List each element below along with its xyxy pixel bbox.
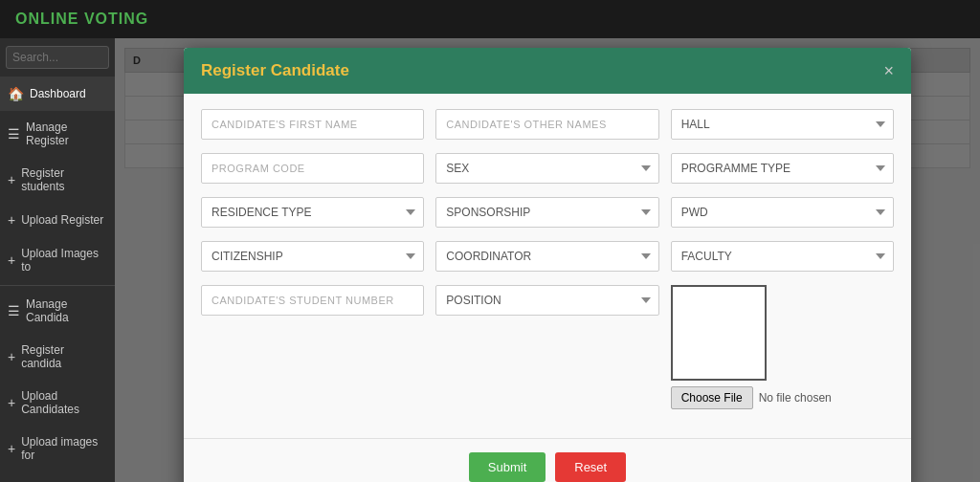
plus-icon: + [8,441,15,456]
form-row-4: CITIZENSHIP COORDINATOR FACULTY [201,241,894,272]
citizenship-select[interactable]: CITIZENSHIP [201,241,424,272]
student-number-field [201,285,424,409]
file-input-row: Choose File No file chosen [671,386,832,409]
register-candidate-modal: Register Candidate × HALL [184,48,911,482]
first-name-input[interactable] [201,109,424,140]
choose-file-button[interactable]: Choose File [671,386,753,409]
pwd-field: PWD [671,197,894,228]
sponsorship-select[interactable]: SPONSORSHIP [435,197,658,228]
list-icon: ☰ [8,126,20,142]
sidebar-item-upload-images[interactable]: + Upload Images to [0,237,115,283]
residence-type-field: RESIDENCE TYPE [201,197,424,228]
position-field: POSITION [435,285,658,409]
sidebar: 🏠 Dashboard ☰ Manage Register + Register… [0,38,115,482]
plus-icon: + [8,212,15,228]
program-code-field [201,153,424,184]
coordinator-select[interactable]: COORDINATOR [435,241,658,272]
reset-button[interactable]: Reset [555,452,626,482]
sidebar-item-upload-register[interactable]: + Upload Register [0,203,115,237]
plus-icon: + [8,172,15,187]
image-preview-box [671,285,767,381]
no-file-text: No file chosen [759,391,832,405]
image-upload-field: Choose File No file chosen [671,285,894,409]
modal-footer: Submit Reset [184,438,911,482]
position-select[interactable]: POSITION [435,285,658,316]
pwd-select[interactable]: PWD [671,197,894,228]
coordinator-field: COORDINATOR [435,241,658,272]
other-names-input[interactable] [435,109,658,140]
plus-icon: + [8,349,15,364]
modal-body: HALL SEX PROG [184,94,911,438]
sidebar-item-dashboard[interactable]: 🏠 Dashboard [0,77,115,111]
sidebar-item-label: Upload Candidates [21,389,107,416]
home-icon: 🏠 [8,86,24,101]
hall-select[interactable]: HALL [671,109,894,140]
student-number-input[interactable] [201,285,424,316]
sponsorship-field: SPONSORSHIP [435,197,658,228]
sidebar-item-register-students[interactable]: + Register students [0,157,115,203]
sidebar-search-container [0,38,115,77]
modal-overlay: Register Candidate × HALL [115,38,980,482]
hall-field: HALL [671,109,894,140]
residence-type-select[interactable]: RESIDENCE TYPE [201,197,424,228]
form-row-5: POSITION Choose File No file chosen [201,285,894,409]
plus-icon: + [8,395,15,410]
search-input[interactable] [6,46,109,69]
app-title: ONLINE VOTING [15,11,148,28]
sidebar-item-register-candidate[interactable]: + Register candida [0,334,115,380]
top-bar: ONLINE VOTING [0,0,980,38]
submit-button[interactable]: Submit [469,452,546,482]
sidebar-item-upload-candidates[interactable]: + Upload Candidates [0,380,115,426]
sidebar-item-label: Register students [21,166,107,193]
sidebar-item-label: Manage Candida [26,297,107,324]
other-names-field [435,109,658,140]
sidebar-item-label: Upload images for [21,435,107,462]
main-content: D RESIDENCE CO NON-RESIDENT NO- NON-RESI… [115,38,980,482]
sidebar-item-manage-candidates[interactable]: ☰ Manage Candida [0,288,115,334]
sidebar-item-label: Upload Images to [21,247,107,274]
form-row-3: RESIDENCE TYPE SPONSORSHIP PWD [201,197,894,228]
faculty-field: FACULTY [671,241,894,272]
list-icon: ☰ [8,303,20,318]
programme-type-select[interactable]: PROGRAMME TYPE [671,153,894,184]
sex-select[interactable]: SEX [435,153,658,184]
plus-icon: + [8,252,15,268]
sidebar-item-label: Upload Register [21,213,103,227]
sidebar-item-upload-images-for[interactable]: + Upload images for [0,426,115,471]
modal-title: Register Candidate [201,61,349,80]
first-name-field [201,109,424,140]
sex-field: SEX [435,153,658,184]
image-upload-section: Choose File No file chosen [671,285,894,409]
sidebar-item-label: Register candida [21,343,107,370]
sidebar-item-label: Manage Register [26,120,107,147]
form-row-1: HALL [201,109,894,140]
form-row-2: SEX PROGRAMME TYPE [201,153,894,184]
faculty-select[interactable]: FACULTY [671,241,894,272]
program-code-input[interactable] [201,153,424,184]
modal-close-button[interactable]: × [883,62,894,79]
sidebar-item-label: Dashboard [30,87,86,100]
modal-header: Register Candidate × [184,48,911,94]
sidebar-item-manage-register[interactable]: ☰ Manage Register [0,111,115,157]
programme-type-field: PROGRAMME TYPE [671,153,894,184]
citizenship-field: CITIZENSHIP [201,241,424,272]
sidebar-divider [0,285,115,286]
